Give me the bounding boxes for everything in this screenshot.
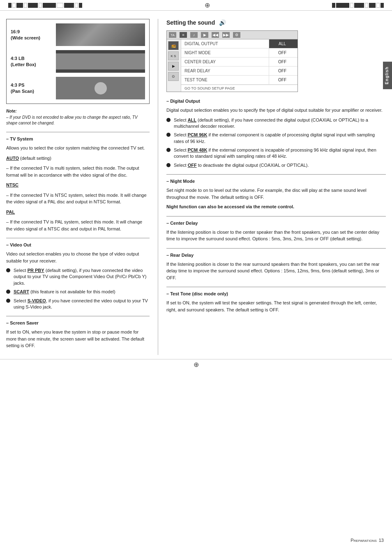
menu-icon-settings: ⚙ [233, 32, 240, 38]
night-function-note: Night function can also be accessed via … [166, 204, 386, 210]
note-text: – If your DVD is not encoded to allow yo… [6, 115, 150, 126]
bar-seg [39, 3, 42, 8]
test-tone-header: – Test Tone (disc mode only) [166, 291, 386, 296]
menu-row-value-center: OFF [269, 58, 297, 66]
video-out-description: Video out selection enables you to choos… [6, 251, 150, 264]
aspect-row-wide: 16:9(Wide screen) [11, 23, 145, 46]
menu-row-value-night: OFF [269, 48, 297, 57]
menu-row-night-mode: NIGHT MODE OFF [181, 48, 297, 58]
center-delay-header: – Center Delay [166, 221, 386, 226]
divider [6, 132, 150, 132]
page-title: Setting the sound 🔊 [166, 19, 386, 26]
bar-seg [376, 3, 380, 8]
pcm96k-label: PCM 96K [188, 132, 208, 137]
sound-menu-rows: DIGITAL OUTPUT ALL NIGHT MODE OFF CENTER… [181, 39, 297, 92]
menu-row-label-center: CENTER DELAY [181, 60, 269, 64]
bar-seg [354, 3, 364, 8]
video-out-header: – Video Out [6, 242, 150, 247]
bullet-pcm96k: Select PCM 96K if the external component… [166, 132, 386, 145]
sound-menu-sidebar: 📻 K S ▶ ⊙ [167, 39, 181, 92]
aspect-image-letterbox [56, 50, 145, 73]
bullet-dot [166, 148, 171, 152]
bar-seg [8, 3, 12, 8]
digital-output-header: – Digital Output [166, 99, 386, 104]
section-label: Preparations [350, 538, 377, 543]
bullet-pcm96k-text: Select PCM 96K if the external component… [174, 132, 386, 145]
rear-delay-description: If the listening position is closer to t… [166, 261, 386, 281]
top-decoration: ⊕ [0, 0, 392, 11]
auto-detail: – If the connected TV is multi system, s… [6, 165, 150, 178]
ntsc-label: NTSC [6, 182, 18, 187]
tv-system-section: – TV System Allows you to select the col… [6, 136, 150, 232]
aspect-subtitle-panscan: (Pan Scan) [11, 89, 34, 94]
menu-icon-eq: ≡ [180, 32, 187, 38]
bullet-dot [6, 290, 10, 294]
crosshair-icon: ⊕ [205, 1, 210, 9]
bar-seg [43, 3, 56, 8]
page-footer: Preparations 13 [350, 538, 384, 543]
menu-icon-fwd: ▶▶ [222, 32, 230, 38]
bar-seg [332, 3, 335, 8]
menu-icon-rew: ◀◀ [212, 32, 219, 38]
bullet-pr-pby-text: Select PR PBY (default setting), if you … [14, 267, 150, 286]
bullet-all: Select ALL (default setting), if you hav… [166, 117, 386, 130]
menu-icon-ta: TA [169, 32, 176, 38]
bullet-off: Select OFF to deactivate the digital out… [166, 162, 386, 168]
sound-menu-body: 📻 K S ▶ ⊙ DIGITAL OUTPUT ALL NIGHT MODE … [167, 39, 297, 92]
pr-pby-label: PR PBY [28, 268, 44, 273]
menu-row-rear-delay: REAR DELAY OFF [181, 67, 297, 76]
speaker-icon: 🔊 [218, 19, 226, 26]
pcm48k-label: PCM 48K [188, 147, 208, 152]
menu-row-center-delay: CENTER DELAY OFF [181, 58, 297, 67]
main-content: 16:9(Wide screen) 4:3 LB(Letter Box) 4:3… [0, 11, 392, 359]
bar-seg [57, 3, 63, 8]
language-tab: English [383, 62, 392, 89]
menu-row-label-digital: DIGITAL OUTPUT [181, 41, 269, 46]
bullet-scart: SCART (this feature is not available for… [6, 289, 150, 295]
top-bar-right [332, 3, 384, 8]
aspect-subtitle-letterbox: (Letter Box) [11, 62, 36, 67]
note-section: Note: – If your DVD is not encoded to al… [6, 109, 150, 126]
menu-row-label-rear: REAR DELAY [181, 69, 269, 73]
night-mode-header: – Night Mode [166, 179, 386, 184]
bar-seg [336, 3, 349, 8]
aspect-label-letterbox: 4:3 LB(Letter Box) [11, 55, 56, 67]
digital-output-description: Digital output selection enables you to … [166, 107, 386, 114]
bullet-svideo: Select S-VIDEO, if you have connected th… [6, 298, 150, 311]
bullet-dot [6, 299, 10, 303]
side-icon-4: ⊙ [168, 72, 179, 81]
bar-seg [380, 3, 384, 8]
bullet-svideo-text: Select S-VIDEO, if you have connected th… [14, 298, 150, 311]
test-tone-description: If set to ON, the system will test the s… [166, 299, 386, 313]
bottom-crosshair-icon: ⊕ [194, 361, 199, 368]
sound-menu-topbar: TA ≡ ♪ ▶ ◀◀ ▶▶ ⚙ [167, 31, 297, 39]
side-icon-2: K S [168, 51, 179, 60]
screen-saver-header: – Screen Saver [6, 320, 150, 325]
scart-label: SCART [14, 289, 29, 294]
menu-row-value-digital: ALL [269, 39, 297, 48]
divider3 [6, 316, 150, 316]
bar-seg [16, 3, 23, 8]
bar-seg [64, 3, 74, 8]
sound-menu-screenshot: TA ≡ ♪ ▶ ◀◀ ▶▶ ⚙ 📻 K S ▶ ⊙ [166, 30, 298, 92]
bullet-off-text: Select OFF to deactivate the digital out… [174, 162, 309, 168]
aspect-image-wide [56, 23, 145, 46]
aspect-label-wide: 16:9(Wide screen) [11, 29, 56, 41]
screen-saver-section: – Screen Saver If set to ON, when you le… [6, 320, 150, 349]
menu-row-digital-output: DIGITAL OUTPUT ALL [181, 39, 297, 48]
screen-saver-description: If set to ON, when you leave the system … [6, 329, 150, 349]
side-icon-active: 📻 [168, 41, 179, 50]
bar-seg [24, 3, 27, 8]
divider-right-3 [166, 248, 386, 249]
ntsc-detail: – If the connected TV is NTSC system, se… [6, 192, 150, 205]
menu-row-label-test: TEST TONE [181, 78, 269, 82]
test-tone-section: – Test Tone (disc mode only) If set to O… [166, 291, 386, 313]
bullet-pr-pby: Select PR PBY (default setting), if you … [6, 267, 150, 286]
bullet-pcm48k-text: Select PCM 48K if the external component… [174, 147, 386, 160]
pal-label-line: PAL [6, 209, 150, 216]
bottom-decoration: ⊕ [0, 359, 392, 370]
menu-row-value-test: OFF [269, 76, 297, 84]
divider-right-4 [166, 287, 386, 287]
off-label: OFF [188, 163, 197, 168]
bullet-all-text: Select ALL (default setting), if you hav… [174, 117, 386, 130]
